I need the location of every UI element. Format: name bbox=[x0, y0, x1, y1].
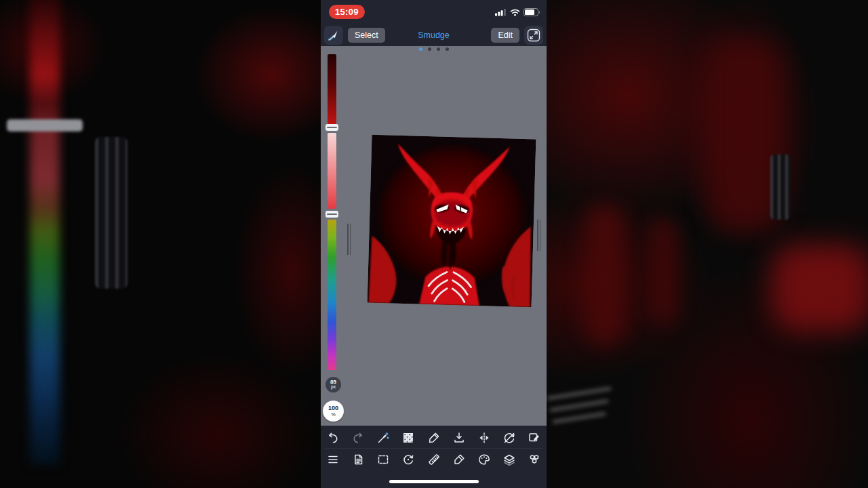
status-time: 15:09 bbox=[335, 7, 359, 17]
brush-size-slider[interactable] bbox=[328, 54, 336, 124]
wifi-icon bbox=[510, 9, 520, 16]
rotate-canvas-icon[interactable] bbox=[400, 451, 416, 468]
palette-icon[interactable] bbox=[476, 451, 492, 468]
hue-slider[interactable] bbox=[328, 220, 336, 370]
background-art-left bbox=[0, 0, 321, 488]
brush-opacity-badge[interactable]: 100 % bbox=[323, 401, 344, 422]
background-hue-strip bbox=[30, 0, 60, 464]
brush-size-unit: px bbox=[331, 385, 336, 390]
page-dots[interactable] bbox=[321, 47, 547, 51]
selection-tool-icon[interactable] bbox=[375, 451, 391, 468]
background-grip-panel-right bbox=[770, 155, 791, 220]
home-indicator[interactable] bbox=[389, 480, 479, 483]
menu-icon[interactable] bbox=[325, 451, 341, 468]
page-dot-active bbox=[419, 47, 422, 51]
slider-handle-upper[interactable] bbox=[326, 124, 338, 131]
page-dot bbox=[428, 47, 431, 51]
brush-size-badge[interactable]: 85 px bbox=[326, 377, 341, 392]
materials-icon[interactable] bbox=[526, 451, 542, 468]
background-art-right bbox=[547, 0, 868, 488]
deselect-icon[interactable] bbox=[526, 430, 542, 446]
redo-icon[interactable] bbox=[350, 430, 366, 446]
cellular-signal-icon bbox=[495, 9, 507, 16]
brush-opacity-value: 100 bbox=[328, 405, 338, 411]
undo-icon[interactable] bbox=[325, 430, 341, 446]
page-dot bbox=[437, 47, 440, 51]
color-shade-slider[interactable] bbox=[328, 133, 336, 209]
app-screenshot: 15:09 bbox=[0, 0, 868, 488]
rotate-lock-icon[interactable] bbox=[501, 430, 517, 446]
edit-button[interactable]: Edit bbox=[491, 28, 519, 43]
layers-icon[interactable] bbox=[501, 451, 517, 468]
fullscreen-button[interactable] bbox=[524, 26, 543, 45]
select-button[interactable]: Select bbox=[348, 28, 385, 43]
pages-icon[interactable] bbox=[350, 451, 366, 468]
background-drip bbox=[770, 244, 868, 332]
mirror-flip-icon[interactable] bbox=[476, 430, 492, 446]
brush-tool-button[interactable] bbox=[324, 26, 343, 45]
toolbar-row-2 bbox=[325, 448, 542, 470]
brush-icon bbox=[326, 28, 341, 43]
background-drip bbox=[648, 217, 678, 325]
canvas-grip-left[interactable] bbox=[347, 224, 352, 255]
transparency-checker-icon[interactable] bbox=[400, 430, 416, 446]
demon-artwork bbox=[368, 135, 536, 308]
top-toolbar: Select Smudge Edit bbox=[321, 24, 547, 46]
status-bar: 15:09 bbox=[321, 0, 547, 24]
battery-icon bbox=[524, 8, 540, 16]
background-slider-handle bbox=[7, 119, 83, 131]
ruler-icon[interactable] bbox=[426, 451, 442, 468]
phone-screen: 15:09 bbox=[321, 0, 547, 488]
canvas-grip-right[interactable] bbox=[537, 220, 542, 251]
page-dot bbox=[446, 47, 449, 51]
recording-time-pill[interactable]: 15:09 bbox=[329, 5, 365, 19]
status-icons bbox=[495, 8, 540, 16]
bottom-toolbar bbox=[321, 426, 547, 488]
brush-opacity-unit: % bbox=[331, 412, 335, 417]
slider-handle-lower[interactable] bbox=[326, 211, 338, 218]
artwork-canvas[interactable] bbox=[368, 135, 536, 308]
fullscreen-icon bbox=[526, 28, 541, 43]
marker-icon[interactable] bbox=[451, 451, 467, 468]
background-grip-panel-left bbox=[95, 137, 127, 289]
background-drip bbox=[583, 203, 627, 346]
pen-icon[interactable] bbox=[426, 430, 442, 446]
import-icon[interactable] bbox=[451, 430, 467, 446]
toolbar-row-1 bbox=[325, 426, 542, 449]
magic-wand-icon[interactable] bbox=[375, 430, 391, 446]
